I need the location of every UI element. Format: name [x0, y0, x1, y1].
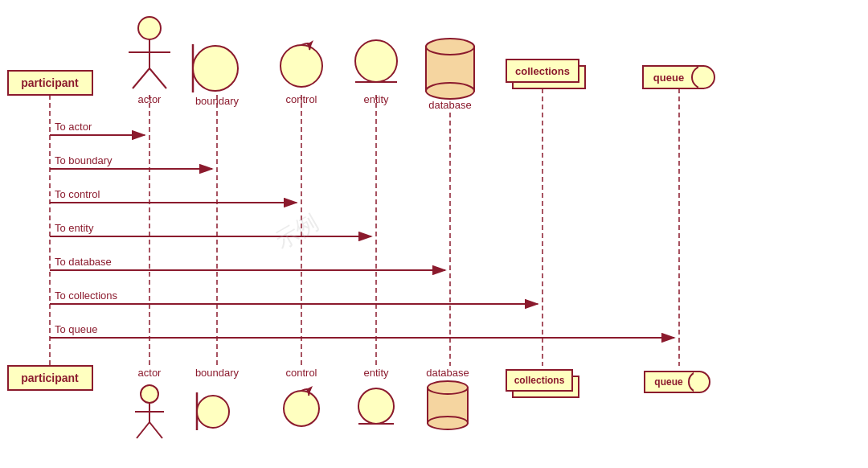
svg-text:database: database — [428, 99, 472, 111]
svg-text:control: control — [285, 367, 317, 379]
svg-line-59 — [149, 422, 162, 438]
svg-point-3 — [138, 17, 161, 39]
svg-text:entity: entity — [363, 367, 389, 379]
svg-text:participant: participant — [21, 76, 79, 89]
svg-point-10 — [193, 46, 238, 91]
svg-point-65 — [284, 391, 319, 426]
svg-text:collections: collections — [515, 65, 570, 77]
svg-text:To entity: To entity — [55, 222, 94, 234]
svg-line-6 — [133, 68, 149, 88]
svg-rect-29 — [698, 67, 704, 88]
svg-text:boundary: boundary — [195, 367, 240, 379]
svg-point-73 — [428, 417, 468, 429]
svg-text:To collections: To collections — [55, 289, 118, 302]
svg-text:actor: actor — [138, 367, 162, 379]
svg-point-16 — [355, 40, 397, 82]
svg-rect-79 — [694, 372, 700, 392]
svg-line-7 — [149, 68, 166, 88]
svg-point-55 — [141, 385, 158, 403]
svg-text:To boundary: To boundary — [55, 154, 113, 166]
svg-point-62 — [197, 396, 229, 428]
svg-point-20 — [426, 39, 474, 55]
svg-line-58 — [137, 422, 149, 438]
svg-text:示例: 示例 — [272, 209, 323, 253]
svg-text:queue: queue — [654, 376, 683, 388]
svg-point-13 — [280, 45, 322, 87]
diagram-container: participant actor boundary control — [0, 0, 868, 468]
svg-text:To database: To database — [55, 256, 112, 268]
svg-point-68 — [358, 388, 394, 424]
svg-text:participant: participant — [21, 372, 79, 384]
svg-point-21 — [426, 83, 474, 99]
svg-text:collections: collections — [514, 375, 565, 386]
svg-point-72 — [428, 381, 468, 394]
svg-text:To control: To control — [55, 188, 100, 200]
svg-text:To actor: To actor — [55, 121, 92, 133]
svg-text:To queue: To queue — [55, 323, 98, 335]
svg-text:database: database — [426, 367, 469, 379]
svg-text:queue: queue — [653, 72, 684, 84]
